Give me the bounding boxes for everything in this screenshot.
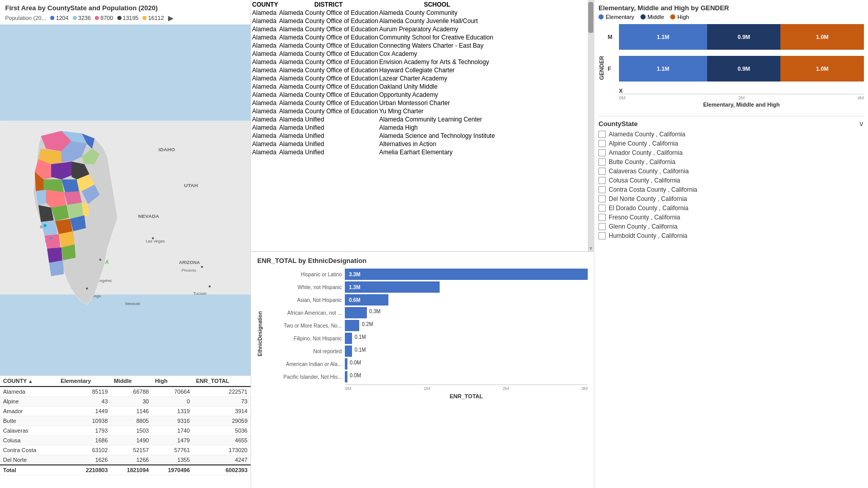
county-item-label: Del Norte County , California (609, 195, 687, 202)
county-item-label: Colusa County , California (609, 177, 680, 184)
svg-point-45 (44, 224, 47, 227)
county-item[interactable]: Amador County , California (598, 149, 864, 156)
gender-chart-title: Elementary, Middle and High by GENDER (598, 4, 864, 12)
legend-dot-3 (117, 16, 121, 20)
summary-cell: Alameda (0, 387, 57, 397)
school-row: AlamedaAlameda County Office of Educatio… (252, 58, 495, 66)
ethnic-bar-row: Filipino, Not Hispanic0.1M (265, 333, 588, 344)
school-cell: Alameda (252, 140, 278, 148)
school-row: AlamedaAlameda County Office of Educatio… (252, 108, 495, 115)
nav-arrow[interactable]: ▶ (168, 14, 174, 22)
ethnic-bars: Hispanic or Latino3.3MWhite, not Hispani… (265, 269, 588, 382)
school-cell: Oakland Unity Middle (379, 83, 495, 90)
county-checkbox[interactable] (598, 195, 606, 202)
school-cell: Alameda County Office of Education (279, 50, 378, 57)
county-filter-title: CountyState (598, 120, 638, 128)
ethnic-bar-label: Asian, Not Hispanic (265, 297, 342, 303)
county-checkbox[interactable] (598, 158, 606, 166)
school-cell: Alameda Unified (279, 116, 378, 123)
gender-row-m: M 1.1M 0.9M 1.0M (608, 24, 864, 50)
county-checkbox[interactable] (598, 131, 606, 138)
county-checkbox[interactable] (598, 214, 606, 221)
summary-cell: 63102 (57, 445, 111, 455)
county-item[interactable]: Humboldt County , California (598, 232, 864, 239)
summary-cell: Colusa (0, 436, 57, 445)
school-row: AlamedaAlameda County Office of Educatio… (252, 42, 495, 49)
county-filter-chevron[interactable]: ∨ (859, 119, 864, 128)
county-item[interactable]: Contra Costa County , California (598, 186, 864, 193)
county-checkbox[interactable] (598, 205, 606, 212)
county-checkbox[interactable] (598, 177, 606, 184)
school-cell: Opportunity Academy (379, 91, 495, 98)
legend-value-4: 16112 (148, 15, 164, 21)
county-checkbox[interactable] (598, 232, 606, 239)
school-row: AlamedaAlameda County Office of Educatio… (252, 91, 495, 98)
col-header-county[interactable]: COUNTY (0, 376, 57, 387)
school-cell: Alameda (252, 42, 278, 49)
summary-cell: 4655 (193, 436, 251, 445)
county-item[interactable]: Alameda County , California (598, 131, 864, 138)
school-cell: Alameda Community Learning Center (379, 116, 495, 123)
col-header-enr: ENR_TOTAL (193, 376, 251, 387)
summary-cell: 57761 (152, 445, 193, 455)
scroll-up[interactable]: ▲ (588, 0, 594, 6)
county-item[interactable]: El Dorado County , California (598, 205, 864, 212)
county-checkbox[interactable] (598, 140, 606, 147)
county-item-label: Contra Costa County , California (609, 186, 697, 193)
county-item-label: Fresno County , California (609, 214, 680, 221)
ethnic-bar-label: Hispanic or Latino (265, 272, 342, 277)
school-cell: Alameda County Office of Education (279, 75, 378, 82)
svg-point-47 (99, 259, 101, 261)
legend-value-1: 3236 (78, 15, 91, 21)
legend-item-2: 8700 (95, 15, 113, 21)
summary-cell: 66788 (111, 387, 152, 397)
county-item-label: Alameda County , California (609, 131, 685, 138)
gender-legend-middle: Middle (640, 14, 664, 20)
legend-value-3: 13195 (123, 15, 139, 21)
county-item[interactable]: Calaveras County , California (598, 168, 864, 175)
summary-cell: 222571 (193, 387, 251, 397)
county-checkbox[interactable] (598, 223, 606, 230)
svg-text:Tucson: Tucson (193, 291, 206, 296)
scrollbar-thumb[interactable] (588, 2, 593, 33)
summary-total-cell: 6002393 (193, 465, 251, 475)
scroll-down[interactable]: ▼ (588, 246, 594, 251)
gender-f-bars: 1.1M 0.9M 1.0M (619, 56, 864, 82)
county-item[interactable]: Fresno County , California (598, 214, 864, 221)
summary-cell: Alpine (0, 397, 57, 406)
school-row: AlamedaAlameda County Office of Educatio… (252, 67, 495, 74)
gender-x-axis-label: X (619, 88, 864, 94)
ethnic-bar-value-outside: 0.2M (362, 321, 373, 327)
county-item[interactable]: Alpine County , California (598, 140, 864, 147)
ethnic-bar-bg: 0.2M (345, 320, 588, 331)
county-checkbox[interactable] (598, 168, 606, 175)
ethnic-chart-title: ENR_TOTAL by EthnicDesignation (257, 257, 588, 265)
legend-value-2: 8700 (100, 15, 113, 21)
ethnic-bar-fill (345, 371, 347, 382)
gender-f-high: 1.0M (780, 56, 864, 82)
school-row: AlamedaAlameda UnifiedAlameda Community … (252, 116, 495, 123)
school-cell: Alameda (252, 132, 278, 139)
gender-m-middle: 0.9M (707, 24, 780, 50)
summary-cell: 10938 (57, 416, 111, 426)
school-cell: Alameda (252, 34, 278, 41)
county-checkbox[interactable] (598, 186, 606, 193)
county-item[interactable]: Colusa County , California (598, 177, 864, 184)
school-cell: Alameda County Office of Education (279, 67, 378, 74)
svg-point-48 (86, 288, 88, 290)
summary-total-row: Total2210803182109419704966002393 (0, 465, 251, 475)
svg-text:IDAHO: IDAHO (158, 147, 175, 152)
county-checkbox[interactable] (598, 149, 606, 156)
school-col-county[interactable]: COUNTY (252, 1, 278, 8)
gender-chart-area: GENDER M 1.1M 0.9M 1.0M F 1.1M 0.9M 1.0M (598, 24, 864, 112)
county-item[interactable]: Glenn County , California (598, 223, 864, 230)
population-legend-label: Population (20... (5, 15, 46, 21)
county-item[interactable]: Del Norte County , California (598, 195, 864, 202)
summary-cell: Contra Costa (0, 445, 57, 455)
ethnic-bar-row: Asian, Not Hispanic0.6M (265, 294, 588, 306)
legend-item-3: 13195 (117, 15, 139, 21)
county-item[interactable]: Butte County , California (598, 158, 864, 166)
school-cell: Urban Montessori Charter (379, 99, 495, 107)
gender-m-bars: 1.1M 0.9M 1.0M (619, 24, 864, 50)
table-scrollbar[interactable]: ▲ ▼ (588, 0, 594, 251)
